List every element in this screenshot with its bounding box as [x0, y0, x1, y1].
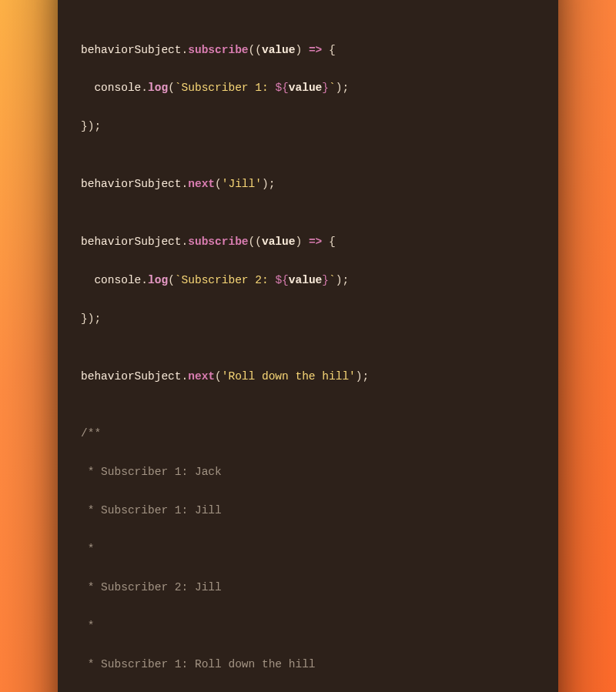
code-line: behaviorSubject.next('Roll down the hill…	[81, 367, 535, 386]
code-line: console.log(`Subscriber 1: ${value}`);	[81, 79, 535, 98]
comment-line: * Subscriber 1: Jack	[81, 463, 535, 482]
code-line: behaviorSubject.subscribe((value) => {	[81, 232, 535, 252]
code-line: });	[81, 117, 535, 136]
code-line: });	[81, 309, 535, 329]
comment-line: * Subscriber 2: Jill	[81, 578, 535, 597]
comment-line: *	[81, 617, 535, 636]
comment-line: * Subscriber 1: Roll down the hill	[81, 655, 535, 674]
comment-line: * Subscriber 1: Jill	[81, 501, 535, 520]
comment-line: /**	[81, 424, 535, 443]
code-block: const behaviorSubject = new BehaviorSubj…	[58, 0, 558, 692]
code-window: Example Behavior Subject const behaviorS…	[58, 0, 558, 692]
comment-line: *	[81, 540, 535, 559]
code-line: behaviorSubject.subscribe((value) => {	[81, 41, 535, 60]
code-line: console.log(`Subscriber 2: ${value}`);	[81, 271, 535, 290]
code-line: behaviorSubject.next('Jill');	[81, 175, 535, 194]
code-line: const behaviorSubject = new BehaviorSubj…	[81, 0, 535, 2]
